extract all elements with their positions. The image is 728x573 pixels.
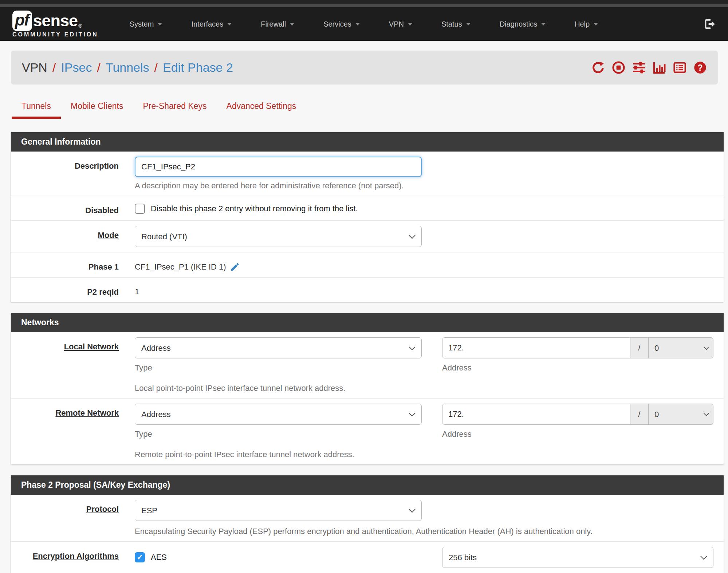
caret-down-icon bbox=[227, 23, 232, 25]
aes-keylength-select[interactable]: 256 bits bbox=[442, 547, 713, 568]
remote-network-help: Remote point-to-point IPsec interface tu… bbox=[135, 450, 422, 459]
description-input[interactable] bbox=[135, 157, 422, 177]
description-label: Description bbox=[21, 157, 135, 171]
form-row-encryption-aes: Encryption Algorithms ✓ AES 256 bits bbox=[11, 542, 724, 573]
form-row-mode: Mode Routed (VTI) bbox=[11, 221, 724, 252]
protocol-help: Encapsulating Security Payload (ESP) per… bbox=[135, 527, 713, 536]
pfsense-logo[interactable]: pf sense ® COMMUNITY EDITION bbox=[12, 11, 98, 38]
disabled-label: Disabled bbox=[21, 201, 135, 215]
nav-item-status[interactable]: Status bbox=[427, 20, 485, 28]
local-network-help: Local point-to-point IPsec interface tun… bbox=[135, 384, 422, 393]
breadcrumb-link-tunnels[interactable]: Tunnels bbox=[106, 60, 149, 75]
pf-logo-tile: pf bbox=[12, 11, 32, 31]
breadcrumb-separator: / bbox=[154, 60, 158, 75]
breadcrumb-link-edit-phase2[interactable]: Edit Phase 2 bbox=[163, 60, 233, 75]
help-icon[interactable]: ? bbox=[693, 61, 707, 74]
protocol-select[interactable]: ESP bbox=[135, 500, 422, 521]
description-help: A description may be entered here for ad… bbox=[135, 181, 713, 191]
caret-down-icon bbox=[158, 23, 162, 25]
breadcrumb-panel: VPN / IPsec / Tunnels / Edit Phase 2 ? bbox=[11, 51, 718, 85]
section-title: General Information bbox=[11, 132, 724, 152]
local-type-sublabel: Type bbox=[135, 363, 422, 373]
remote-prefix-select[interactable]: 0 bbox=[649, 404, 713, 425]
panel-phase2-proposal: Phase 2 Proposal (SA/Key Exchange) Proto… bbox=[11, 475, 724, 573]
aes-checkbox[interactable]: ✓ bbox=[135, 552, 145, 562]
logo-pf-text: pf bbox=[15, 11, 29, 29]
form-row-local-network: Local Network Address Type Local point-t… bbox=[11, 332, 724, 399]
tab-advanced-settings[interactable]: Advanced Settings bbox=[217, 97, 306, 119]
form-row-phase1: Phase 1 CF1_IPsec_P1 (IKE ID 1) bbox=[11, 252, 724, 278]
logo-sense-text: sense bbox=[33, 11, 78, 30]
breadcrumb-separator: / bbox=[52, 60, 56, 75]
remote-address-input[interactable] bbox=[442, 404, 630, 425]
tab-mobile-clients[interactable]: Mobile Clients bbox=[61, 97, 133, 119]
address-slash-separator: / bbox=[630, 337, 649, 358]
local-address-input[interactable] bbox=[442, 337, 630, 358]
panel-networks: Networks Local Network Address Type Loca… bbox=[11, 313, 724, 464]
breadcrumb-separator: / bbox=[97, 60, 100, 75]
browser-toolbar-strip bbox=[0, 4, 728, 7]
breadcrumb-link-ipsec[interactable]: IPsec bbox=[61, 60, 92, 75]
refresh-icon[interactable] bbox=[591, 61, 605, 74]
local-network-type-select[interactable]: Address bbox=[135, 337, 422, 358]
pencil-icon[interactable] bbox=[230, 262, 240, 272]
sliders-icon[interactable] bbox=[632, 61, 646, 74]
nav-item-vpn[interactable]: VPN bbox=[374, 20, 427, 28]
local-prefix-select[interactable]: 0 bbox=[649, 337, 713, 358]
nav-item-system[interactable]: System bbox=[115, 20, 177, 28]
p2reqid-value: 1 bbox=[135, 287, 139, 297]
caret-down-icon bbox=[466, 23, 471, 25]
tab-pre-shared-keys[interactable]: Pre-Shared Keys bbox=[133, 97, 216, 119]
page-action-icons: ? bbox=[591, 61, 707, 74]
nav-item-firewall[interactable]: Firewall bbox=[246, 20, 309, 28]
sign-out-icon[interactable] bbox=[704, 18, 716, 30]
nav-menu: System Interfaces Firewall Services VPN … bbox=[115, 20, 613, 28]
remote-type-sublabel: Type bbox=[135, 429, 422, 439]
remote-network-label[interactable]: Remote Network bbox=[21, 404, 135, 418]
mode-label[interactable]: Mode bbox=[21, 226, 135, 240]
section-title: Networks bbox=[11, 313, 724, 332]
disabled-checkbox-label: Disable this phase 2 entry without remov… bbox=[151, 204, 358, 213]
nav-item-diagnostics[interactable]: Diagnostics bbox=[485, 20, 560, 28]
form-row-protocol: Protocol ESP Encapsulating Security Payl… bbox=[11, 495, 724, 542]
caret-down-icon bbox=[541, 23, 546, 25]
nav-item-interfaces[interactable]: Interfaces bbox=[177, 20, 246, 28]
remote-network-type-select[interactable]: Address bbox=[135, 404, 422, 425]
caret-down-icon bbox=[290, 23, 294, 25]
log-icon[interactable] bbox=[673, 61, 686, 74]
form-row-description: Description A description may be entered… bbox=[11, 152, 724, 196]
section-title: Phase 2 Proposal (SA/Key Exchange) bbox=[11, 475, 724, 495]
form-row-remote-network: Remote Network Address Type Remote point… bbox=[11, 399, 724, 464]
logo-subtitle: COMMUNITY EDITION bbox=[12, 31, 98, 38]
breadcrumb-vpn: VPN bbox=[22, 60, 47, 75]
form-row-p2reqid: P2 reqid 1 bbox=[11, 278, 724, 302]
local-network-label[interactable]: Local Network bbox=[21, 337, 135, 352]
panel-general-information: General Information Description A descri… bbox=[11, 132, 724, 302]
caret-down-icon bbox=[594, 23, 598, 25]
browser-top-strip bbox=[0, 0, 728, 4]
tab-bar: Tunnels Mobile Clients Pre-Shared Keys A… bbox=[12, 97, 717, 119]
phase1-label: Phase 1 bbox=[21, 258, 135, 272]
caret-down-icon bbox=[355, 23, 360, 25]
top-navbar: pf sense ® COMMUNITY EDITION System Inte… bbox=[0, 7, 728, 41]
protocol-label[interactable]: Protocol bbox=[21, 500, 135, 514]
address-slash-separator: / bbox=[630, 404, 649, 425]
aes-checkbox-label: AES bbox=[151, 553, 167, 562]
remote-address-sublabel: Address bbox=[442, 429, 713, 439]
phase1-value: CF1_IPsec_P1 (IKE ID 1) bbox=[135, 262, 226, 272]
logo-registered-mark: ® bbox=[78, 23, 82, 29]
disabled-checkbox[interactable] bbox=[135, 204, 145, 214]
breadcrumb: VPN / IPsec / Tunnels / Edit Phase 2 bbox=[22, 60, 233, 75]
encryption-algorithms-label[interactable]: Encryption Algorithms bbox=[21, 547, 135, 561]
caret-down-icon bbox=[408, 23, 412, 25]
stop-circle-icon[interactable] bbox=[612, 61, 625, 74]
form-row-disabled: Disabled Disable this phase 2 entry with… bbox=[11, 196, 724, 221]
svg-text:?: ? bbox=[697, 63, 703, 72]
tab-tunnels[interactable]: Tunnels bbox=[12, 97, 61, 119]
nav-item-services[interactable]: Services bbox=[309, 20, 374, 28]
bar-chart-icon[interactable] bbox=[653, 61, 666, 74]
p2reqid-label: P2 reqid bbox=[21, 283, 135, 297]
nav-item-help[interactable]: Help bbox=[560, 20, 613, 28]
local-address-sublabel: Address bbox=[442, 363, 713, 373]
mode-select[interactable]: Routed (VTI) bbox=[135, 226, 422, 247]
